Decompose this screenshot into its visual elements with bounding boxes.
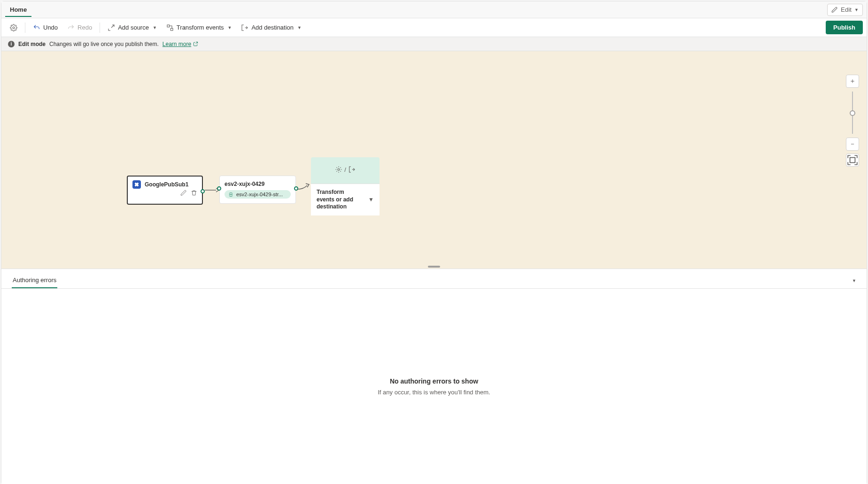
- output-port[interactable]: [294, 186, 298, 191]
- tab-home[interactable]: Home: [5, 2, 31, 17]
- bottom-panel: Authoring errors ▼ No authoring errors t…: [1, 269, 867, 484]
- zoom-in-button[interactable]: ＋: [846, 75, 859, 88]
- google-pubsub-icon: [132, 180, 141, 189]
- undo-icon: [33, 24, 40, 31]
- zoom-slider[interactable]: [852, 92, 853, 134]
- transform-icon: [335, 166, 342, 173]
- add-step-expander[interactable]: Transform events or add destination ▼: [311, 184, 380, 215]
- chevron-down-icon: ▼: [297, 25, 302, 30]
- learn-more-link[interactable]: Learn more: [163, 41, 198, 47]
- input-port[interactable]: [217, 186, 221, 191]
- tab-authoring-errors[interactable]: Authoring errors: [12, 273, 57, 288]
- stream-node[interactable]: esv2-xujx-0429 esv2-xujx-0429-str...: [219, 176, 296, 204]
- redo-button[interactable]: Redo: [62, 21, 97, 34]
- stream-node-title: esv2-xujx-0429: [225, 181, 291, 187]
- info-mode: Edit mode: [18, 41, 46, 47]
- empty-state-subtitle: If any occur, this is where you'll find …: [378, 389, 490, 396]
- info-icon: i: [8, 41, 15, 47]
- add-step-node[interactable]: / Transform events or add destination ▼: [311, 157, 380, 215]
- zoom-out-button[interactable]: －: [846, 138, 859, 151]
- stream-chip-label: esv2-xujx-0429-str...: [236, 192, 283, 197]
- zoom-fit-button[interactable]: [846, 154, 859, 167]
- svg-point-0: [13, 27, 15, 29]
- add-destination-button[interactable]: Add destination ▼: [236, 21, 306, 34]
- panel-resize-handle[interactable]: [428, 266, 440, 268]
- zoom-controls: ＋ －: [846, 75, 859, 167]
- add-source-button[interactable]: Add source ▼: [103, 21, 162, 34]
- header-tabs: Home: [5, 2, 31, 17]
- info-bar: i Edit mode Changes will go live once yo…: [1, 37, 867, 51]
- stream-icon: [228, 192, 233, 197]
- add-source-icon: [108, 24, 115, 31]
- settings-button[interactable]: [5, 21, 22, 34]
- header-bar: Home Edit ▼: [1, 1, 867, 18]
- external-link-icon: [193, 41, 198, 46]
- slash-separator: /: [344, 166, 346, 173]
- add-destination-icon: [241, 24, 248, 31]
- connector-arrow: [298, 183, 312, 192]
- learn-more-label: Learn more: [163, 41, 191, 47]
- zoom-slider-thumb[interactable]: [850, 110, 855, 116]
- chevron-down-icon: ▼: [368, 196, 374, 204]
- redo-icon: [67, 24, 75, 31]
- undo-label: Undo: [43, 24, 58, 31]
- fit-screen-icon: [846, 154, 859, 166]
- svg-rect-2: [170, 28, 173, 31]
- toolbar: Undo Redo Add source ▼ Transform events …: [1, 18, 867, 37]
- add-source-label: Add source: [118, 24, 149, 31]
- publish-button[interactable]: Publish: [826, 21, 863, 34]
- redo-label: Redo: [78, 24, 92, 31]
- source-node-title: GooglePubSub1: [145, 181, 188, 188]
- chevron-down-icon[interactable]: ▼: [852, 278, 856, 283]
- output-port[interactable]: [201, 189, 205, 193]
- destination-icon: [348, 166, 356, 173]
- transform-events-button[interactable]: Transform events ▼: [162, 21, 237, 34]
- gear-icon: [10, 24, 17, 31]
- transform-events-label: Transform events: [177, 24, 224, 31]
- source-node[interactable]: GooglePubSub1: [127, 176, 203, 205]
- pencil-icon[interactable]: [180, 190, 187, 196]
- svg-point-4: [338, 169, 340, 170]
- undo-button[interactable]: Undo: [28, 21, 62, 34]
- pipeline-canvas[interactable]: ＋ － GooglePubSub1: [1, 51, 867, 269]
- transform-icon: [166, 24, 174, 31]
- pencil-icon: [831, 7, 838, 13]
- chevron-down-icon: ▼: [228, 25, 232, 30]
- edit-mode-label: Edit: [841, 6, 852, 13]
- chevron-down-icon: ▼: [153, 25, 157, 30]
- stream-chip[interactable]: esv2-xujx-0429-str...: [225, 190, 291, 199]
- info-message: Changes will go live once you publish th…: [49, 41, 159, 47]
- empty-state-title: No authoring errors to show: [390, 377, 478, 385]
- trash-icon[interactable]: [191, 190, 197, 196]
- svg-rect-3: [850, 158, 855, 163]
- add-destination-label: Add destination: [251, 24, 294, 31]
- svg-rect-1: [167, 25, 170, 27]
- chevron-down-icon: ▼: [854, 8, 859, 12]
- add-step-label: Transform events or add destination: [317, 189, 364, 211]
- edit-mode-dropdown[interactable]: Edit ▼: [827, 4, 863, 16]
